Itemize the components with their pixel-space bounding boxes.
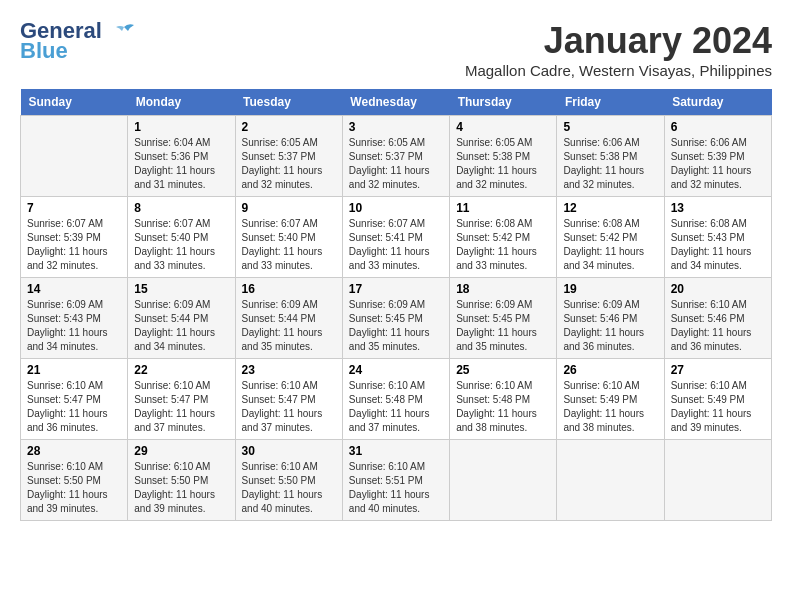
calendar-cell: 6Sunrise: 6:06 AMSunset: 5:39 PMDaylight… [664,116,771,197]
calendar-cell [664,440,771,521]
day-number: 13 [671,201,765,215]
day-content: Sunrise: 6:10 AMSunset: 5:47 PMDaylight:… [242,379,336,435]
day-number: 18 [456,282,550,296]
day-content: Sunrise: 6:05 AMSunset: 5:37 PMDaylight:… [349,136,443,192]
calendar-cell: 20Sunrise: 6:10 AMSunset: 5:46 PMDayligh… [664,278,771,359]
day-number: 21 [27,363,121,377]
calendar-cell: 5Sunrise: 6:06 AMSunset: 5:38 PMDaylight… [557,116,664,197]
logo: General Blue [20,20,138,64]
calendar-week-row: 1Sunrise: 6:04 AMSunset: 5:36 PMDaylight… [21,116,772,197]
calendar-cell: 30Sunrise: 6:10 AMSunset: 5:50 PMDayligh… [235,440,342,521]
day-content: Sunrise: 6:10 AMSunset: 5:50 PMDaylight:… [27,460,121,516]
location-subtitle: Magallon Cadre, Western Visayas, Philipp… [465,62,772,79]
day-number: 27 [671,363,765,377]
calendar-week-row: 7Sunrise: 6:07 AMSunset: 5:39 PMDaylight… [21,197,772,278]
day-number: 25 [456,363,550,377]
day-content: Sunrise: 6:07 AMSunset: 5:40 PMDaylight:… [242,217,336,273]
calendar-cell: 2Sunrise: 6:05 AMSunset: 5:37 PMDaylight… [235,116,342,197]
calendar-cell: 22Sunrise: 6:10 AMSunset: 5:47 PMDayligh… [128,359,235,440]
day-content: Sunrise: 6:09 AMSunset: 5:43 PMDaylight:… [27,298,121,354]
day-number: 20 [671,282,765,296]
header-thursday: Thursday [450,89,557,116]
day-number: 9 [242,201,336,215]
calendar-cell: 12Sunrise: 6:08 AMSunset: 5:42 PMDayligh… [557,197,664,278]
header-tuesday: Tuesday [235,89,342,116]
header-monday: Monday [128,89,235,116]
calendar-cell: 19Sunrise: 6:09 AMSunset: 5:46 PMDayligh… [557,278,664,359]
calendar-cell: 15Sunrise: 6:09 AMSunset: 5:44 PMDayligh… [128,278,235,359]
day-content: Sunrise: 6:10 AMSunset: 5:48 PMDaylight:… [349,379,443,435]
day-number: 1 [134,120,228,134]
day-number: 29 [134,444,228,458]
day-number: 19 [563,282,657,296]
day-content: Sunrise: 6:08 AMSunset: 5:42 PMDaylight:… [563,217,657,273]
calendar-cell: 23Sunrise: 6:10 AMSunset: 5:47 PMDayligh… [235,359,342,440]
month-year-title: January 2024 [465,20,772,62]
day-number: 14 [27,282,121,296]
calendar-cell: 26Sunrise: 6:10 AMSunset: 5:49 PMDayligh… [557,359,664,440]
calendar-cell: 14Sunrise: 6:09 AMSunset: 5:43 PMDayligh… [21,278,128,359]
calendar-week-row: 28Sunrise: 6:10 AMSunset: 5:50 PMDayligh… [21,440,772,521]
day-number: 10 [349,201,443,215]
calendar-week-row: 14Sunrise: 6:09 AMSunset: 5:43 PMDayligh… [21,278,772,359]
calendar-cell: 25Sunrise: 6:10 AMSunset: 5:48 PMDayligh… [450,359,557,440]
calendar-cell: 8Sunrise: 6:07 AMSunset: 5:40 PMDaylight… [128,197,235,278]
calendar-cell: 24Sunrise: 6:10 AMSunset: 5:48 PMDayligh… [342,359,449,440]
calendar-cell: 27Sunrise: 6:10 AMSunset: 5:49 PMDayligh… [664,359,771,440]
day-content: Sunrise: 6:08 AMSunset: 5:43 PMDaylight:… [671,217,765,273]
day-number: 24 [349,363,443,377]
day-number: 15 [134,282,228,296]
day-number: 23 [242,363,336,377]
day-content: Sunrise: 6:10 AMSunset: 5:48 PMDaylight:… [456,379,550,435]
day-content: Sunrise: 6:09 AMSunset: 5:45 PMDaylight:… [349,298,443,354]
calendar-cell [450,440,557,521]
calendar-cell: 21Sunrise: 6:10 AMSunset: 5:47 PMDayligh… [21,359,128,440]
header-saturday: Saturday [664,89,771,116]
logo-bird-icon [110,23,138,41]
day-number: 7 [27,201,121,215]
page-header: General Blue January 2024 Magallon Cadre… [20,20,772,79]
day-content: Sunrise: 6:06 AMSunset: 5:39 PMDaylight:… [671,136,765,192]
day-number: 3 [349,120,443,134]
day-content: Sunrise: 6:04 AMSunset: 5:36 PMDaylight:… [134,136,228,192]
day-content: Sunrise: 6:10 AMSunset: 5:46 PMDaylight:… [671,298,765,354]
calendar-cell: 17Sunrise: 6:09 AMSunset: 5:45 PMDayligh… [342,278,449,359]
header-sunday: Sunday [21,89,128,116]
calendar-cell [557,440,664,521]
day-content: Sunrise: 6:09 AMSunset: 5:44 PMDaylight:… [134,298,228,354]
day-number: 31 [349,444,443,458]
day-number: 6 [671,120,765,134]
calendar-cell: 4Sunrise: 6:05 AMSunset: 5:38 PMDaylight… [450,116,557,197]
calendar-cell: 9Sunrise: 6:07 AMSunset: 5:40 PMDaylight… [235,197,342,278]
calendar-cell: 1Sunrise: 6:04 AMSunset: 5:36 PMDaylight… [128,116,235,197]
calendar-cell: 29Sunrise: 6:10 AMSunset: 5:50 PMDayligh… [128,440,235,521]
day-content: Sunrise: 6:10 AMSunset: 5:49 PMDaylight:… [563,379,657,435]
logo-blue: Blue [20,38,68,64]
header-wednesday: Wednesday [342,89,449,116]
day-content: Sunrise: 6:10 AMSunset: 5:51 PMDaylight:… [349,460,443,516]
day-content: Sunrise: 6:09 AMSunset: 5:44 PMDaylight:… [242,298,336,354]
day-content: Sunrise: 6:07 AMSunset: 5:40 PMDaylight:… [134,217,228,273]
day-number: 22 [134,363,228,377]
day-number: 8 [134,201,228,215]
calendar-cell: 31Sunrise: 6:10 AMSunset: 5:51 PMDayligh… [342,440,449,521]
day-content: Sunrise: 6:07 AMSunset: 5:41 PMDaylight:… [349,217,443,273]
calendar-cell: 13Sunrise: 6:08 AMSunset: 5:43 PMDayligh… [664,197,771,278]
day-content: Sunrise: 6:10 AMSunset: 5:47 PMDaylight:… [134,379,228,435]
day-number: 26 [563,363,657,377]
day-content: Sunrise: 6:08 AMSunset: 5:42 PMDaylight:… [456,217,550,273]
day-content: Sunrise: 6:10 AMSunset: 5:49 PMDaylight:… [671,379,765,435]
calendar-header-row: Sunday Monday Tuesday Wednesday Thursday… [21,89,772,116]
day-content: Sunrise: 6:05 AMSunset: 5:37 PMDaylight:… [242,136,336,192]
day-number: 30 [242,444,336,458]
day-content: Sunrise: 6:05 AMSunset: 5:38 PMDaylight:… [456,136,550,192]
calendar-cell: 18Sunrise: 6:09 AMSunset: 5:45 PMDayligh… [450,278,557,359]
day-number: 12 [563,201,657,215]
calendar-cell: 11Sunrise: 6:08 AMSunset: 5:42 PMDayligh… [450,197,557,278]
calendar-cell: 7Sunrise: 6:07 AMSunset: 5:39 PMDaylight… [21,197,128,278]
calendar-cell: 28Sunrise: 6:10 AMSunset: 5:50 PMDayligh… [21,440,128,521]
day-number: 28 [27,444,121,458]
day-content: Sunrise: 6:10 AMSunset: 5:50 PMDaylight:… [242,460,336,516]
calendar-cell: 16Sunrise: 6:09 AMSunset: 5:44 PMDayligh… [235,278,342,359]
header-friday: Friday [557,89,664,116]
